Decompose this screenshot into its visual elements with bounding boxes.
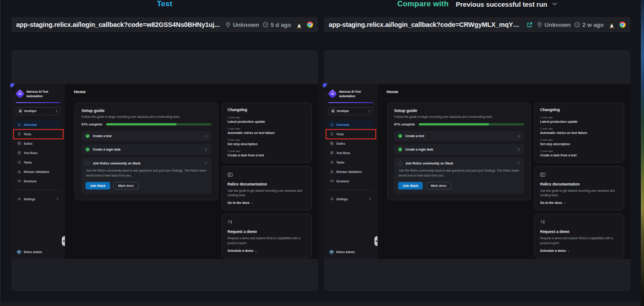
sidebar-item-release-validation[interactable]: Release Validation (15, 167, 61, 177)
brand-divider (16, 102, 60, 103)
mark-done-button[interactable]: Mark done (426, 182, 451, 190)
sidebar-item-tasks[interactable]: Tasks (327, 158, 374, 167)
location-meta: Unknown (225, 22, 259, 28)
home-icon (330, 123, 334, 126)
sidebar-item-tests[interactable]: Tests (15, 129, 61, 139)
screenshot-panel: AI Harness AI Test Automation B boutique (11, 50, 318, 291)
setup-guide-card: Setup guide Follow this guide to begin r… (75, 103, 218, 200)
setup-guide-title: Setup guide (394, 108, 524, 113)
sidebar-item-overview[interactable]: Overview (327, 120, 374, 129)
app-title-bar: Home (65, 84, 318, 99)
sidebar-item-test-runs[interactable]: Test Runs (15, 148, 61, 158)
changelog-entry: 1 year ago Create a task from a test (540, 150, 618, 157)
chevron-right-icon (56, 197, 59, 201)
schedule-demo-link[interactable]: Schedule a demo → (228, 249, 306, 252)
setup-item-join-slack-header[interactable]: Join Relicx community on Slack (86, 161, 207, 165)
project-selector[interactable]: B boutique (16, 107, 60, 115)
sidebar-item-test-runs[interactable]: Test Runs (327, 148, 374, 158)
brand-name: Harness AI Test Automation (339, 90, 361, 99)
documentation-card: Relicx documentation Use this guide to g… (222, 166, 312, 210)
schedule-demo-link[interactable]: Schedule a demo → (540, 249, 618, 252)
project-selector[interactable]: B boutique (328, 107, 373, 115)
changelog-card: Changelog 1 year ago Latest production u… (534, 103, 624, 163)
check-circle-icon (398, 134, 402, 138)
chevron-down-icon (204, 162, 207, 164)
url-bar: app-staging.relicx.ai/login_callback?cod… (11, 17, 318, 32)
sidebar-collapse-handle[interactable] (374, 236, 378, 246)
progress-bar (106, 123, 211, 125)
column-header: Test (11, 0, 318, 17)
url-bar: app-staging.relicx.ai/login_callback?cod… (324, 17, 631, 32)
app-sidebar: AI Harness AI Test Automation B boutique (11, 84, 65, 259)
comparison-highlight-box (13, 129, 64, 139)
progress-label: 67% complete (82, 123, 103, 126)
join-slack-button[interactable]: Join Slack (398, 182, 423, 190)
test-comparison-view: Test app-staging.relicx.ai/login_callbac… (0, 0, 644, 306)
cursor-icon (12, 88, 15, 91)
setup-item-create-test[interactable]: Create a test (82, 131, 211, 141)
app-body: Setup guide Follow this guide to begin r… (65, 99, 318, 259)
setup-item-create-login-task[interactable]: Create a login task (82, 144, 211, 155)
changelog-entry: 1 year ago Set step description (228, 138, 306, 146)
go-to-docs-link[interactable]: Go to the docs → (228, 201, 306, 204)
sidebar-item-suites[interactable]: Suites (327, 139, 374, 148)
page-url[interactable]: app-staging.relicx.ai/login_callback?cod… (16, 21, 219, 28)
previous-screenshot-edge (0, 0, 2, 306)
progress-bar-fill (106, 123, 177, 125)
linux-icon (296, 22, 302, 28)
incomplete-circle-icon (398, 161, 402, 165)
sidebar-item-sessions[interactable]: Sessions (327, 177, 374, 186)
user-account[interactable]: RA Relicx Admin (15, 250, 61, 255)
setup-item-create-login-task[interactable]: Create a login task (394, 144, 524, 155)
join-slack-button[interactable]: Join Slack (86, 182, 110, 190)
changelog-entry: 1 year ago Automatic retries on test fai… (540, 127, 618, 134)
brand-divider (328, 102, 373, 103)
list-icon (17, 160, 21, 164)
mark-done-button[interactable]: Mark done (113, 182, 139, 190)
page-url[interactable]: app-staging.relicx.ai/login_callback?cod… (329, 21, 523, 28)
documentation-title: Relicx documentation (228, 182, 306, 186)
setup-item-create-test[interactable]: Create a test (394, 131, 524, 141)
sidebar-item-sessions[interactable]: Sessions (15, 177, 61, 186)
incomplete-circle-icon (86, 161, 90, 165)
join-slack-actions: Join Slack Mark done (398, 182, 520, 190)
external-link-icon[interactable] (526, 22, 533, 28)
chevron-right-icon (368, 109, 370, 113)
linux-icon (609, 22, 615, 28)
sidebar-item-tasks[interactable]: Tasks (15, 158, 61, 167)
sidebar-spacer (327, 204, 374, 250)
sidebar-collapse-handle[interactable] (62, 236, 65, 246)
sidebar-item-suites[interactable]: Suites (15, 139, 61, 148)
harness-logo-icon: AI (328, 89, 337, 99)
sidebar-item-settings[interactable]: Settings (327, 194, 374, 204)
user-avatar: RA (329, 250, 334, 254)
project-badge: B (18, 109, 22, 113)
docs-icon (228, 172, 233, 177)
documentation-text: Use this guide to get started recording … (540, 189, 618, 198)
setup-item-join-slack-header[interactable]: Join Relicx community on Slack (398, 161, 520, 165)
sidebar-divider (328, 190, 373, 190)
user-name: Relicx Admin (24, 250, 42, 254)
screenshot-panel: AI Harness AI Test Automation B boutique (324, 50, 631, 291)
chevron-right-icon (205, 148, 207, 151)
sidebar-item-release-validation[interactable]: Release Validation (327, 167, 374, 177)
right-column: Changelog 1 year ago Latest production u… (222, 103, 312, 258)
column-header: Compare with Previous successful test ru… (324, 0, 631, 17)
chrome-icon-center (308, 23, 312, 26)
columns-icon (330, 151, 334, 155)
setup-guide-title: Setup guide (82, 108, 211, 113)
changelog-entry: 1 year ago Set step description (540, 138, 618, 146)
setup-item-join-slack: Join Relicx community on Slack Join the … (82, 158, 211, 194)
app-sidebar: AI Harness AI Test Automation B boutique (324, 84, 378, 259)
sidebar-item-settings[interactable]: Settings (15, 194, 61, 204)
sidebar-item-tests[interactable]: Tests (327, 129, 374, 139)
go-to-docs-link[interactable]: Go to the docs → (540, 201, 618, 204)
setup-guide-subtitle: Follow this guide to begin recording use… (394, 115, 524, 118)
compare-run-dropdown[interactable]: Previous successful test run (456, 0, 557, 9)
sidebar-item-overview[interactable]: Overview (15, 120, 61, 129)
user-account[interactable]: RA Relicx Admin (327, 250, 374, 255)
chevron-right-icon (518, 134, 520, 138)
documentation-card: Relicx documentation Use this guide to g… (534, 166, 624, 210)
demo-title: Request a demo (228, 229, 306, 234)
setup-items: Create a test Create a login task (394, 131, 524, 194)
